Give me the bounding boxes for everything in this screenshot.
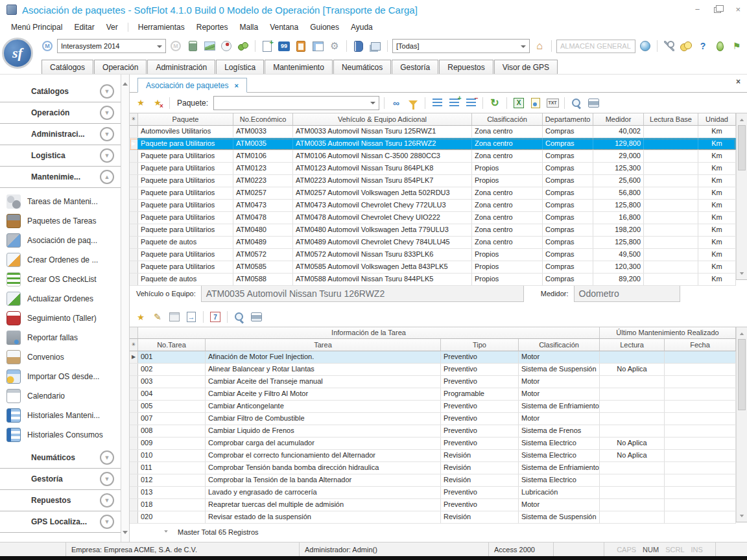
sidebar-item-reportar-fallas[interactable]: Reportar fallas [4, 328, 121, 347]
chevron-down-icon[interactable]: ▼ [100, 493, 114, 508]
sidebar-item-seguimiento-taller[interactable]: Seguimiento (Taller) [4, 309, 121, 328]
tab-mantenimiento[interactable]: Mantenimiento [265, 60, 333, 74]
tab-administración[interactable]: Administración [147, 60, 215, 74]
column-header-medidor[interactable]: Medidor [593, 113, 644, 126]
print-icon[interactable] [586, 96, 600, 110]
table-row[interactable]: Paquete para UtilitariosATM0473ATM0473 A… [130, 200, 736, 212]
sidebar-section-repuestos[interactable]: Repuestos▼ [0, 490, 121, 511]
scroll-down-icon[interactable] [123, 531, 128, 537]
close-button[interactable]: × [735, 5, 741, 14]
table-row[interactable]: 011Comprobar Tensión banda bomba direcci… [130, 462, 736, 474]
sidebar-section-gestoría[interactable]: Gestoría▼ [0, 469, 121, 490]
gear-icon[interactable]: ⚙ [327, 39, 342, 53]
column-header-tarea[interactable]: Tarea [206, 339, 441, 351]
column-header-paquete[interactable]: Paquete [138, 113, 233, 126]
tab-operación[interactable]: Operación [94, 60, 147, 74]
scrollbar-thumb[interactable] [738, 125, 746, 170]
scroll-down-icon[interactable] [737, 269, 747, 279]
profile-m-icon[interactable]: M [40, 39, 54, 53]
table-row[interactable]: 018Reapretar tuercas del multiple de adm… [130, 499, 736, 511]
scroll-down-icon[interactable] [737, 511, 747, 522]
warehouse-input[interactable] [556, 40, 635, 53]
menu-item-menú-principal[interactable]: Menú Principal [5, 21, 68, 34]
flag-icon[interactable]: ⚑ [729, 39, 744, 53]
sidebar-item-crear-ordenes-de[interactable]: Crear Ordenes de ... [4, 250, 121, 270]
menu-item-editar[interactable]: Editar [68, 21, 100, 34]
column-header-departamento[interactable]: Departamento [543, 113, 593, 126]
sidebar-item-paquetes-de-tareas[interactable]: Paquetes de Tareas [4, 211, 121, 231]
column-header-vehículo-equipo-adicional[interactable]: Vehículo & Equipo Adicional [293, 113, 472, 126]
scroll-up-icon[interactable] [737, 113, 747, 124]
binoculars-icon[interactable]: ∞ [389, 96, 403, 110]
column-header-fecha[interactable]: Fecha [665, 339, 736, 351]
export-row-icon[interactable]: → [184, 310, 198, 324]
table-row[interactable]: 008Cambiar Liquido de FrenosPreventivoSi… [130, 425, 736, 438]
scroll-up-icon[interactable] [123, 80, 128, 86]
tree-collapse-icon[interactable]: − [464, 96, 478, 110]
table-row[interactable]: 003Cambiar Aceite del Transeje manualPre… [130, 376, 736, 388]
table-row[interactable]: Paquete para UtilitariosATM0478ATM0478 A… [130, 212, 736, 224]
tab-close-icon[interactable]: × [234, 82, 238, 89]
table-row[interactable]: ▶Paquete para UtilitariosATM0035ATM0035 … [130, 138, 736, 150]
table-row[interactable]: 020Revisar estado de la suspensiónRevisi… [130, 511, 736, 524]
meter-field[interactable]: Odometro [574, 285, 680, 302]
scroll-up-icon[interactable] [737, 327, 747, 338]
sidebar-section-mantenimie[interactable]: Mantenimie...▲ [0, 167, 121, 188]
table-row[interactable]: Paquete para UtilitariosATM0572ATM0572 A… [130, 249, 736, 261]
help-icon[interactable]: ? [696, 39, 710, 53]
tab-asociacion-de-paquetes[interactable]: Asociación de paquetes × [137, 78, 247, 93]
table-row[interactable]: ▶001Afinación de Motor Fuel Injection.Pr… [130, 351, 736, 364]
chevron-up-icon[interactable]: ▲ [100, 170, 114, 184]
vehicle-field[interactable]: ATM0035 Automovil Nissan Tsuru 126RWZ2 [201, 285, 524, 302]
paquete-combo[interactable] [213, 96, 379, 110]
column-header-lectura-base[interactable]: Lectura Base [644, 113, 698, 126]
record-nav-icon[interactable] [164, 530, 168, 534]
calendar-7-icon[interactable]: 7 [208, 310, 222, 324]
tab-gestoría[interactable]: Gestoría [392, 60, 438, 74]
chevron-down-icon[interactable]: ▼ [100, 472, 114, 486]
table-icon[interactable] [311, 39, 325, 53]
minimize-button[interactable]: − [695, 5, 700, 14]
print-icon[interactable] [249, 310, 263, 324]
menu-item-ver[interactable]: Ver [101, 21, 124, 34]
sidebar-item-tareas-de-manteni[interactable]: Tareas de Manteni... [4, 192, 121, 211]
tab-catálogos[interactable]: Catálogos [42, 60, 93, 74]
table-row[interactable]: Paquete de autosATM0489ATM0489 Automovil… [130, 237, 736, 249]
sidebar-section-gps-localiza[interactable]: GPS Localiza...▼ [0, 511, 121, 533]
tab-logística[interactable]: Logística [216, 60, 264, 74]
sidebar-item-historiales-manteni[interactable]: Historiales Manteni... [4, 406, 121, 425]
refresh-icon[interactable]: ↻ [488, 96, 502, 110]
wand-delete-icon[interactable]: ★× [150, 96, 165, 110]
profile-combo[interactable]: Interasystem 2014 [57, 39, 166, 53]
wrench-search-icon[interactable] [662, 39, 676, 53]
grid-view-icon[interactable] [167, 310, 182, 324]
column-header-unidad[interactable]: Unidad [698, 113, 736, 126]
tree-list-icon[interactable] [430, 96, 444, 110]
note-icon[interactable] [528, 96, 543, 110]
panel-close-icon[interactable]: × [736, 77, 741, 86]
sidebar-section-catálogos[interactable]: Catálogos▼ [0, 81, 121, 102]
sidebar-scroll-strip[interactable] [121, 75, 130, 542]
filter-todas-combo[interactable]: [Todas] [392, 39, 530, 53]
sidebar-item-crear-os-checklist[interactable]: Crear OS CheckList [4, 270, 121, 289]
chevron-down-icon[interactable]: ▼ [100, 127, 114, 141]
sidebar-item-asociación-de-paq[interactable]: Asociación de paq... [4, 231, 121, 250]
m-disabled-icon[interactable]: M [169, 39, 183, 53]
chevron-down-icon[interactable]: ▼ [100, 84, 114, 99]
table-row[interactable]: 007Cambiar Filtro de CombustiblePreventi… [130, 413, 736, 425]
home-icon[interactable]: ⌂ [532, 39, 547, 53]
bug-icon[interactable] [713, 39, 727, 53]
table-row[interactable]: Paquete para UtilitariosATM0585ATM0585 A… [130, 261, 736, 274]
column-header-no-tarea[interactable]: No.Tarea [138, 339, 206, 351]
restore-button[interactable] [714, 7, 721, 13]
tasks-grid-scrollbar[interactable] [736, 327, 747, 522]
sidebar-item-calendario[interactable]: Calendario [4, 386, 121, 406]
column-header-tipo[interactable]: Tipo [441, 339, 519, 351]
menu-item-reportes[interactable]: Reportes [191, 21, 234, 34]
funnel-icon[interactable] [406, 96, 420, 110]
machine-icon[interactable] [185, 39, 200, 53]
table-row[interactable]: Paquete para UtilitariosATM0257ATM0257 A… [130, 187, 736, 200]
chevron-down-icon[interactable]: ▼ [100, 148, 114, 163]
globe-icon[interactable] [638, 39, 652, 53]
tab-repuestos[interactable]: Repuestos [439, 60, 493, 74]
